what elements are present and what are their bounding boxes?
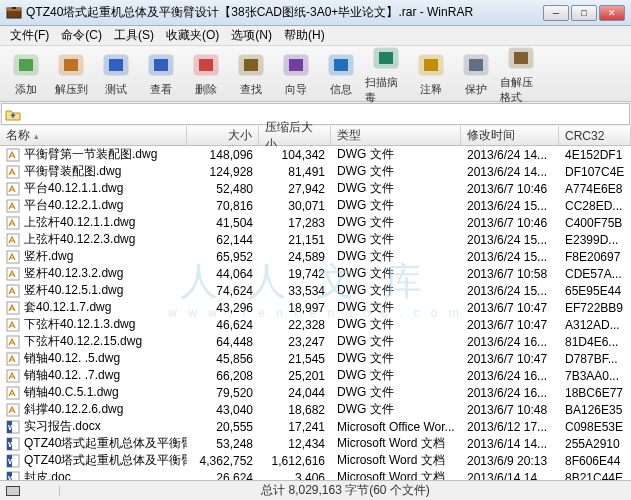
file-name: 竖杆.dwg (24, 248, 73, 265)
file-row[interactable]: 销轴40.12. .7.dwg66,20825,201DWG 文件2013/6/… (0, 367, 631, 384)
menu-item[interactable]: 工具(S) (108, 25, 160, 46)
file-row[interactable]: 平台40.12.1.1.dwg52,48027,942DWG 文件2013/6/… (0, 180, 631, 197)
file-icon (6, 165, 20, 179)
toolbar-find-button[interactable]: 查找 (229, 49, 273, 99)
file-packed: 1,612,616 (259, 454, 331, 468)
col-header-crc[interactable]: CRC32 (559, 126, 631, 145)
svg-rect-68 (7, 487, 19, 495)
toolbar-comment-button[interactable]: 注释 (409, 49, 453, 99)
wizard-icon (281, 50, 311, 80)
col-header-size[interactable]: 大小 (187, 126, 259, 145)
menu-item[interactable]: 文件(F) (4, 25, 55, 46)
file-type: DWG 文件 (331, 299, 461, 316)
file-name: 上弦杆40.12.1.1.dwg (24, 214, 135, 231)
col-header-mtime[interactable]: 修改时间 (461, 126, 559, 145)
close-button[interactable]: ✕ (599, 5, 625, 21)
file-mtime: 2013/6/14 14... (461, 437, 559, 451)
file-row[interactable]: 上弦杆40.12.1.1.dwg41,50417,283DWG 文件2013/6… (0, 214, 631, 231)
file-icon: W (6, 437, 20, 451)
toolbar-extract-button[interactable]: 解压到 (49, 49, 93, 99)
file-crc: E2399D... (559, 233, 631, 247)
title-bar: QTZ40塔式起重机总体及平衡臂设计【38张CAD图纸-3A0+毕业论文】.ra… (0, 0, 631, 26)
minimize-button[interactable]: ─ (543, 5, 569, 21)
toolbar-test-button[interactable]: 测试 (94, 49, 138, 99)
toolbar: 添加解压到测试查看删除查找向导信息扫描病毒注释保护自解压格式 (0, 46, 631, 102)
file-crc: EF722BB9 (559, 301, 631, 315)
file-row[interactable]: 套40.12.1.7.dwg43,29618,997DWG 文件2013/6/7… (0, 299, 631, 316)
maximize-button[interactable]: □ (571, 5, 597, 21)
file-name: 套40.12.1.7.dwg (24, 299, 111, 316)
file-size: 65,952 (187, 250, 259, 264)
file-type: DWG 文件 (331, 401, 461, 418)
col-header-type[interactable]: 类型 (331, 126, 461, 145)
svg-rect-12 (199, 59, 213, 71)
file-row[interactable]: 销轴40.C.5.1.dwg79,52024,044DWG 文件2013/6/2… (0, 384, 631, 401)
file-row[interactable]: 竖杆40.12.3.2.dwg44,06419,742DWG 文件2013/6/… (0, 265, 631, 282)
menu-item[interactable]: 选项(N) (225, 25, 278, 46)
col-header-packed[interactable]: 压缩后大小 (259, 126, 331, 145)
file-mtime: 2013/6/24 16... (461, 335, 559, 349)
toolbar-label: 删除 (195, 82, 217, 97)
file-mtime: 2013/6/7 10:46 (461, 216, 559, 230)
file-size: 66,208 (187, 369, 259, 383)
file-name: 上弦杆40.12.2.3.dwg (24, 231, 135, 248)
file-row[interactable]: 上弦杆40.12.2.3.dwg62,14421,151DWG 文件2013/6… (0, 231, 631, 248)
file-type: DWG 文件 (331, 265, 461, 282)
menu-item[interactable]: 收藏夹(O) (160, 25, 225, 46)
file-icon (6, 386, 20, 400)
file-crc: F8E20697 (559, 250, 631, 264)
file-row[interactable]: W实习报告.docx20,55517,241Microsoft Office W… (0, 418, 631, 435)
col-header-name[interactable]: 名称 ▴ (0, 126, 187, 145)
file-row[interactable]: 平衡臂第一节装配图.dwg148,096104,342DWG 文件2013/6/… (0, 146, 631, 163)
file-row[interactable]: 下弦杆40.12.2.15.dwg64,44823,247DWG 文件2013/… (0, 333, 631, 350)
toolbar-info-button[interactable]: 信息 (319, 49, 363, 99)
file-packed: 104,342 (259, 148, 331, 162)
file-size: 26,624 (187, 471, 259, 481)
file-row[interactable]: 竖杆.dwg65,95224,589DWG 文件2013/6/24 15...F… (0, 248, 631, 265)
file-row[interactable]: 斜撑40.12.2.6.dwg43,04018,682DWG 文件2013/6/… (0, 401, 631, 418)
file-row[interactable]: 下弦杆40.12.1.3.dwg46,62422,328DWG 文件2013/6… (0, 316, 631, 333)
toolbar-add-button[interactable]: 添加 (4, 49, 48, 99)
menu-item[interactable]: 帮助(H) (278, 25, 331, 46)
file-type: DWG 文件 (331, 231, 461, 248)
svg-rect-14 (244, 59, 258, 71)
file-size: 62,144 (187, 233, 259, 247)
file-mtime: 2013/6/24 15... (461, 250, 559, 264)
file-icon (6, 182, 20, 196)
file-mtime: 2013/6/24 16... (461, 369, 559, 383)
toolbar-delete-button[interactable]: 删除 (184, 49, 228, 99)
file-type: DWG 文件 (331, 214, 461, 231)
toolbar-label: 注释 (420, 82, 442, 97)
file-row[interactable]: 平衡臂装配图.dwg124,92881,491DWG 文件2013/6/24 1… (0, 163, 631, 180)
file-row[interactable]: 平台40.12.2.1.dwg70,81630,071DWG 文件2013/6/… (0, 197, 631, 214)
toolbar-label: 保护 (465, 82, 487, 97)
file-row[interactable]: WQTZ40塔式起重机总体及平衡臂设计开题报告.doc53,24812,434M… (0, 435, 631, 452)
file-mtime: 2013/6/24 14... (461, 148, 559, 162)
scan-icon (371, 43, 401, 73)
file-icon (6, 267, 20, 281)
sfx-icon (506, 43, 536, 73)
file-name: 实习报告.docx (24, 418, 101, 435)
toolbar-scan-button[interactable]: 扫描病毒 (364, 49, 408, 99)
toolbar-protect-button[interactable]: 保护 (454, 49, 498, 99)
toolbar-view-button[interactable]: 查看 (139, 49, 183, 99)
file-row[interactable]: 销轴40.12. .5.dwg45,85621,545DWG 文件2013/6/… (0, 350, 631, 367)
file-name: QTZ40塔式起重机总体及平衡臂设计开题报告.doc (24, 435, 187, 452)
file-list[interactable]: 人人文库 w w w . r e n r e n d o c . c o m 平… (0, 146, 631, 480)
file-icon: W (6, 454, 20, 468)
file-packed: 23,247 (259, 335, 331, 349)
up-folder-icon[interactable] (2, 107, 24, 121)
file-row[interactable]: 竖杆40.12.5.1.dwg74,62433,534DWG 文件2013/6/… (0, 282, 631, 299)
extract-icon (56, 50, 86, 80)
file-crc: CC28ED... (559, 199, 631, 213)
file-icon (6, 403, 20, 417)
file-crc: D787BF... (559, 352, 631, 366)
file-crc: 7B3AA0... (559, 369, 631, 383)
file-row[interactable]: W封皮.doc26,6243,406Microsoft Word 文档2013/… (0, 469, 631, 480)
file-type: DWG 文件 (331, 163, 461, 180)
toolbar-sfx-button[interactable]: 自解压格式 (499, 49, 543, 99)
delete-icon (191, 50, 221, 80)
menu-item[interactable]: 命令(C) (55, 25, 108, 46)
toolbar-wizard-button[interactable]: 向导 (274, 49, 318, 99)
file-row[interactable]: WQTZ40塔式起重机总体及平衡臂设计说明书.doc4,362,7521,612… (0, 452, 631, 469)
